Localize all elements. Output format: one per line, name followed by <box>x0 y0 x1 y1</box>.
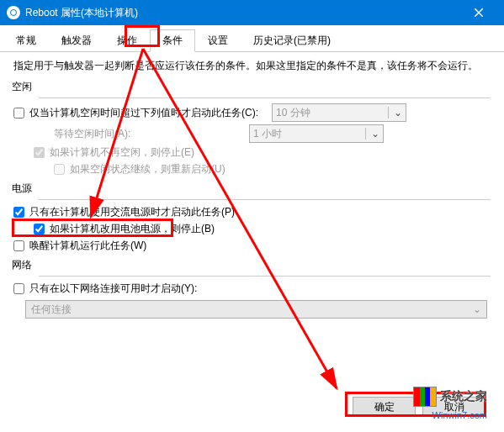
label-wait-idle: 等待空闲时间(A): <box>54 127 188 141</box>
tab-history[interactable]: 历史记录(已禁用) <box>241 29 343 52</box>
chevron-down-icon: ⌄ <box>473 303 481 315</box>
label-only-if-network: 只有在以下网络连接可用时才启动(Y): <box>29 282 197 296</box>
window-title: Reboot 属性(本地计算机) <box>25 6 138 20</box>
watermark-url: Winwin7.com <box>432 410 487 420</box>
tab-actions[interactable]: 操作 <box>104 29 150 52</box>
tab-conditions[interactable]: 条件 <box>150 29 195 52</box>
watermark: 系统之家 <box>413 387 487 407</box>
title-bar: Reboot 属性(本地计算机) <box>0 0 504 25</box>
label-start-on-idle: 仅当计算机空闲时间超过下列值时才启动此任务(C): <box>29 106 258 120</box>
chevron-down-icon: ⌄ <box>388 107 402 119</box>
select-network-connection-value: 任何连接 <box>31 303 72 317</box>
checkbox-ac-only[interactable] <box>13 207 24 218</box>
tab-general[interactable]: 常规 <box>3 29 49 52</box>
clock-icon <box>7 6 20 19</box>
checkbox-only-if-network[interactable] <box>13 283 24 294</box>
select-network-connection[interactable]: 任何连接 ⌄ <box>25 300 487 319</box>
label-wake-to-run: 唤醒计算机运行此任务(W) <box>29 239 146 253</box>
select-wait-duration[interactable]: 1 小时 ⌄ <box>249 124 384 143</box>
ok-button[interactable]: 确定 <box>353 397 416 417</box>
select-idle-duration-value: 10 分钟 <box>276 106 310 120</box>
checkbox-wake-to-run[interactable] <box>13 240 24 251</box>
content-pane: 指定用于与触发器一起判断是否应运行该任务的条件。如果这里指定的条件不是真，该任务… <box>0 52 504 328</box>
close-button[interactable] <box>459 0 497 25</box>
label-stop-on-battery: 如果计算机改用电池电源，则停止(B) <box>50 222 215 236</box>
tab-settings[interactable]: 设置 <box>195 29 241 52</box>
select-idle-duration[interactable]: 10 分钟 ⌄ <box>272 103 406 122</box>
section-network-label: 网络 <box>12 258 491 272</box>
select-wait-duration-value: 1 小时 <box>253 127 282 141</box>
tab-triggers[interactable]: 触发器 <box>49 29 104 52</box>
checkbox-restart-on-idle <box>54 164 65 175</box>
watermark-logo-icon <box>413 387 437 407</box>
watermark-brand: 系统之家 <box>440 389 487 404</box>
chevron-down-icon: ⌄ <box>365 128 379 140</box>
section-power-label: 电源 <box>12 182 491 196</box>
close-icon <box>475 8 483 17</box>
description-text: 指定用于与触发器一起判断是否应运行该任务的条件。如果这里指定的条件不是真，该任务… <box>13 59 491 73</box>
label-stop-if-not-idle: 如果计算机不再空闲，则停止(E) <box>50 145 194 160</box>
section-idle-label: 空闲 <box>12 80 491 94</box>
label-restart-on-idle: 如果空闲状态继续，则重新启动(U) <box>70 162 225 176</box>
checkbox-stop-if-not-idle <box>34 147 45 158</box>
label-ac-only: 只有在计算机使用交流电源时才启动此任务(P) <box>29 205 235 219</box>
checkbox-start-on-idle[interactable] <box>13 108 24 119</box>
checkbox-stop-on-battery[interactable] <box>34 224 45 234</box>
tab-bar: 常规 触发器 操作 条件 设置 历史记录(已禁用) <box>0 25 504 52</box>
